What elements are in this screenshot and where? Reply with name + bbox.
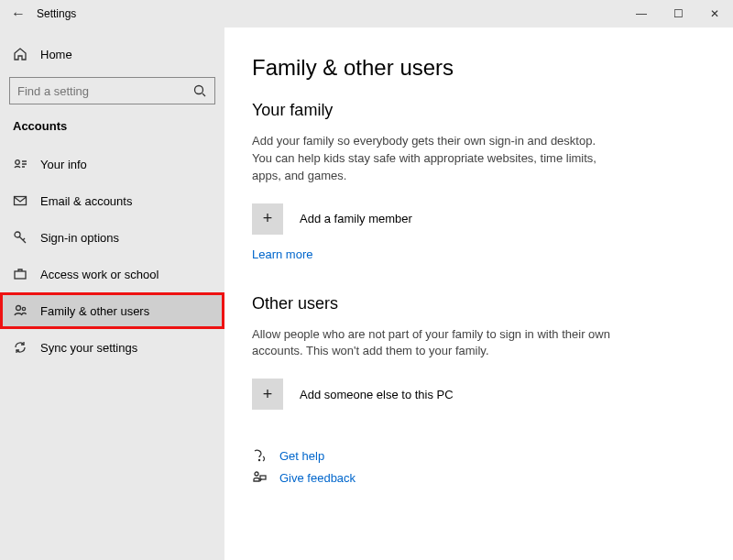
- help-icon: [252, 448, 267, 463]
- sidebar-item-label: Sync your settings: [40, 341, 137, 355]
- svg-point-1: [16, 160, 20, 165]
- window-title: Settings: [37, 7, 76, 20]
- other-users-heading: Other users: [252, 294, 706, 313]
- titlebar: ← Settings ― ☐ ✕: [0, 0, 733, 27]
- home-icon: [13, 47, 27, 61]
- svg-point-0: [195, 86, 203, 94]
- learn-more-link[interactable]: Learn more: [252, 247, 312, 261]
- get-help-link[interactable]: Get help: [279, 449, 324, 463]
- close-button[interactable]: ✕: [696, 0, 733, 27]
- svg-point-7: [258, 460, 259, 461]
- minimize-button[interactable]: ―: [623, 0, 660, 27]
- feedback-icon: [252, 470, 267, 485]
- sidebar-item-label: Access work or school: [40, 268, 159, 281]
- other-users-description: Allow people who are not part of your fa…: [252, 326, 618, 361]
- svg-rect-4: [15, 271, 26, 279]
- give-feedback-link[interactable]: Give feedback: [279, 471, 356, 485]
- add-family-label: Add a family member: [300, 212, 412, 225]
- sidebar-item-label: Your info: [40, 158, 87, 171]
- plus-icon: +: [252, 379, 283, 410]
- search-field[interactable]: [17, 84, 192, 98]
- family-description: Add your family so everybody gets their …: [252, 133, 618, 185]
- search-input[interactable]: [9, 77, 215, 104]
- add-family-member-button[interactable]: + Add a family member: [252, 203, 706, 235]
- search-icon: [192, 83, 207, 98]
- sidebar-item-your-info[interactable]: Your info: [0, 146, 224, 182]
- people-icon: [13, 303, 27, 318]
- sidebar-item-email[interactable]: Email & accounts: [0, 182, 224, 219]
- back-button[interactable]: ←: [0, 5, 37, 22]
- svg-point-6: [22, 307, 25, 310]
- user-card-icon: [13, 157, 27, 171]
- home-label: Home: [40, 48, 72, 61]
- sidebar-item-signin[interactable]: Sign-in options: [0, 219, 224, 256]
- sidebar-item-label: Sign-in options: [40, 231, 119, 245]
- sidebar-item-sync[interactable]: Sync your settings: [0, 329, 224, 366]
- key-icon: [13, 230, 27, 245]
- briefcase-icon: [13, 267, 27, 281]
- maximize-button[interactable]: ☐: [660, 0, 696, 27]
- svg-point-5: [16, 306, 21, 311]
- plus-icon: +: [252, 203, 283, 235]
- content-area: Family & other users Your family Add you…: [224, 27, 733, 560]
- category-heading: Accounts: [0, 114, 224, 146]
- add-other-label: Add someone else to this PC: [300, 388, 454, 401]
- home-button[interactable]: Home: [0, 37, 224, 71]
- sidebar-item-label: Email & accounts: [40, 194, 132, 208]
- sidebar-item-family[interactable]: Family & other users: [0, 292, 224, 329]
- family-heading: Your family: [252, 101, 706, 120]
- sidebar-item-label: Family & other users: [40, 304, 149, 318]
- page-title: Family & other users: [252, 55, 706, 81]
- sync-icon: [13, 340, 27, 355]
- sidebar: Home Accounts Your info: [0, 27, 224, 560]
- svg-point-8: [255, 472, 258, 476]
- add-other-user-button[interactable]: + Add someone else to this PC: [252, 379, 706, 410]
- sidebar-item-work[interactable]: Access work or school: [0, 256, 224, 292]
- mail-icon: [13, 193, 27, 208]
